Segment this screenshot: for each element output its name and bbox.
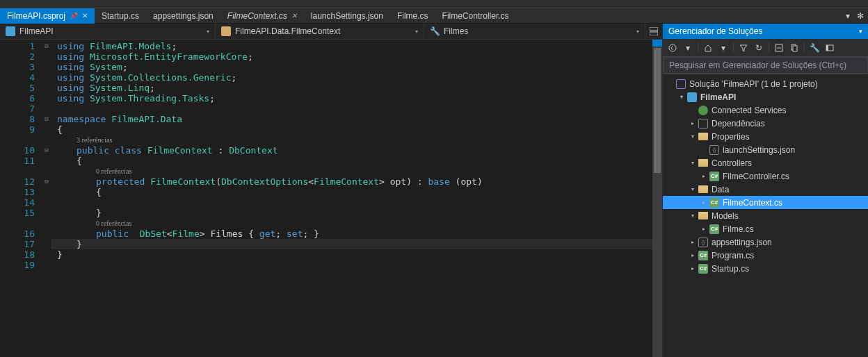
close-icon[interactable]: ✕: [82, 12, 88, 19]
solution-explorer-search[interactable]: [663, 57, 868, 74]
fold-indicator[interactable]: [42, 208, 51, 218]
fold-indicator[interactable]: [42, 166, 51, 176]
fold-indicator[interactable]: [42, 260, 51, 270]
properties-button[interactable]: 🔧: [807, 41, 821, 55]
fold-indicator[interactable]: [42, 187, 51, 197]
tree-node[interactable]: ▾FilmeAPI: [663, 90, 868, 103]
fold-gutter[interactable]: ⊟⊟⊟⊟: [42, 40, 51, 357]
code-line[interactable]: using System.Threading.Tasks;: [51, 93, 652, 103]
fold-indicator[interactable]: [42, 229, 51, 239]
fold-indicator[interactable]: [42, 135, 51, 145]
code-line[interactable]: [51, 197, 652, 208]
codelens[interactable]: 3 referências: [51, 135, 652, 145]
gear-icon[interactable]: ✻: [853, 11, 868, 21]
fold-indicator[interactable]: [42, 156, 51, 166]
document-tab[interactable]: FilmeContext.cs✕: [220, 8, 304, 24]
nav-scope-dropdown[interactable]: FilmeAPI.Data.FilmeContext ▾: [216, 24, 424, 40]
tree-node[interactable]: ▾Data: [663, 183, 868, 196]
code-line[interactable]: [51, 103, 652, 114]
code-line[interactable]: namespace FilmeAPI.Data: [51, 114, 652, 124]
expand-toggle-icon[interactable]: ▸: [699, 173, 709, 179]
fold-indicator[interactable]: [42, 93, 51, 103]
fold-indicator[interactable]: ⊟: [42, 41, 51, 51]
code-line[interactable]: }: [51, 208, 652, 218]
expand-toggle-icon[interactable]: ▸: [699, 199, 709, 206]
panel-dropdown-icon[interactable]: ▾: [859, 28, 862, 35]
preview-selected-button[interactable]: [823, 41, 837, 55]
fold-indicator[interactable]: ⊟: [42, 145, 51, 156]
vertical-scrollbar[interactable]: [652, 40, 662, 357]
fold-indicator[interactable]: ⊟: [42, 114, 51, 124]
expand-toggle-icon[interactable]: ▾: [688, 133, 698, 140]
solution-explorer-title[interactable]: Gerenciador de Soluções ▾: [663, 24, 868, 39]
nav-project-dropdown[interactable]: FilmeAPI ▾: [0, 24, 216, 40]
document-tab[interactable]: Filme.cs: [390, 8, 435, 24]
expand-toggle-icon[interactable]: ▸: [688, 252, 698, 258]
nav-member-dropdown[interactable]: 🔧 Filmes ▾: [424, 24, 645, 40]
code-line[interactable]: {: [51, 156, 652, 166]
pending-changes-filter-button[interactable]: [737, 41, 750, 55]
scrollbar-thumb[interactable]: [654, 48, 661, 173]
home-button[interactable]: [701, 41, 715, 55]
tree-node[interactable]: ▾Controllers: [663, 156, 868, 169]
code-line[interactable]: }: [51, 239, 652, 249]
tree-node[interactable]: ▸C#Filme.cs: [663, 222, 868, 235]
fold-indicator[interactable]: [42, 72, 51, 83]
document-tab[interactable]: FilmeAPI.csproj📌✕: [0, 8, 95, 24]
collapse-all-button[interactable]: [772, 41, 786, 55]
code-editor[interactable]: 12345678910111213141516171819 ⊟⊟⊟⊟ using…: [0, 40, 662, 357]
fold-indicator[interactable]: ⊟: [42, 176, 51, 187]
code-line[interactable]: }: [51, 249, 652, 260]
fold-indicator[interactable]: [42, 103, 51, 114]
tree-node[interactable]: ▾Properties: [663, 130, 868, 143]
code-line[interactable]: {: [51, 124, 652, 135]
document-tab[interactable]: FilmeController.cs: [435, 8, 516, 24]
document-tab[interactable]: launchSettings.json: [304, 8, 390, 24]
show-all-files-button[interactable]: [787, 41, 801, 55]
tree-node[interactable]: ▸appsettings.json: [663, 235, 868, 249]
solution-explorer-search-input[interactable]: [663, 57, 868, 74]
pin-icon[interactable]: 📌: [70, 12, 78, 19]
tree-node[interactable]: ▸C#Program.cs: [663, 249, 868, 262]
codelens[interactable]: 0 referências: [51, 166, 652, 176]
fold-indicator[interactable]: [42, 239, 51, 249]
tab-overflow-dropdown[interactable]: ▾: [843, 11, 853, 21]
tree-node[interactable]: ▸C#FilmeContext.cs: [663, 196, 868, 209]
tree-node[interactable]: ▸C#FilmeController.cs: [663, 169, 868, 183]
close-icon[interactable]: ✕: [291, 12, 297, 19]
document-tab[interactable]: Startup.cs: [95, 8, 146, 24]
expand-toggle-icon[interactable]: ▸: [688, 265, 698, 272]
tree-node[interactable]: Solução 'FilmeAPI' (1 de 1 projeto): [663, 77, 868, 90]
code-line[interactable]: public class FilmeContext : DbContext: [51, 145, 652, 156]
expand-toggle-icon[interactable]: ▾: [688, 160, 698, 166]
code-line[interactable]: using System.Collections.Generic;: [51, 72, 652, 83]
code-line[interactable]: public DbSet<Filme> Filmes { get; set; }: [51, 229, 652, 239]
fold-indicator[interactable]: [42, 124, 51, 135]
tree-node[interactable]: ▾Models: [663, 209, 868, 222]
code-line[interactable]: [51, 260, 652, 270]
expand-toggle-icon[interactable]: ▸: [688, 239, 698, 245]
code-line[interactable]: using Microsoft.EntityFrameworkCore;: [51, 51, 652, 62]
fold-indicator[interactable]: [42, 51, 51, 62]
back-button[interactable]: [666, 41, 680, 55]
tree-node[interactable]: Connected Services: [663, 103, 868, 117]
fold-indicator[interactable]: [42, 83, 51, 93]
expand-toggle-icon[interactable]: ▾: [677, 94, 686, 100]
code-line[interactable]: using System.Linq;: [51, 83, 652, 93]
expand-toggle-icon[interactable]: ▾: [688, 186, 698, 192]
forward-dropdown[interactable]: ▾: [681, 41, 695, 55]
expand-toggle-icon[interactable]: ▾: [688, 213, 698, 219]
sync-button[interactable]: ↻: [752, 41, 766, 55]
code-line[interactable]: using FilmeAPI.Models;: [51, 41, 652, 51]
tree-node[interactable]: ▸C#Startup.cs: [663, 262, 868, 275]
fold-indicator[interactable]: [42, 218, 51, 229]
tree-node[interactable]: ▸Dependências: [663, 117, 868, 130]
switch-views-dropdown[interactable]: ▾: [716, 41, 730, 55]
codelens[interactable]: 0 referências: [51, 218, 652, 229]
expand-toggle-icon[interactable]: ▸: [699, 226, 709, 232]
expand-toggle-icon[interactable]: ▸: [688, 120, 698, 126]
tree-node[interactable]: launchSettings.json: [663, 143, 868, 156]
solution-tree[interactable]: Solução 'FilmeAPI' (1 de 1 projeto)▾Film…: [663, 74, 868, 357]
scrollbar-split-handle[interactable]: [652, 40, 662, 47]
document-tab[interactable]: appsettings.json: [146, 8, 220, 24]
